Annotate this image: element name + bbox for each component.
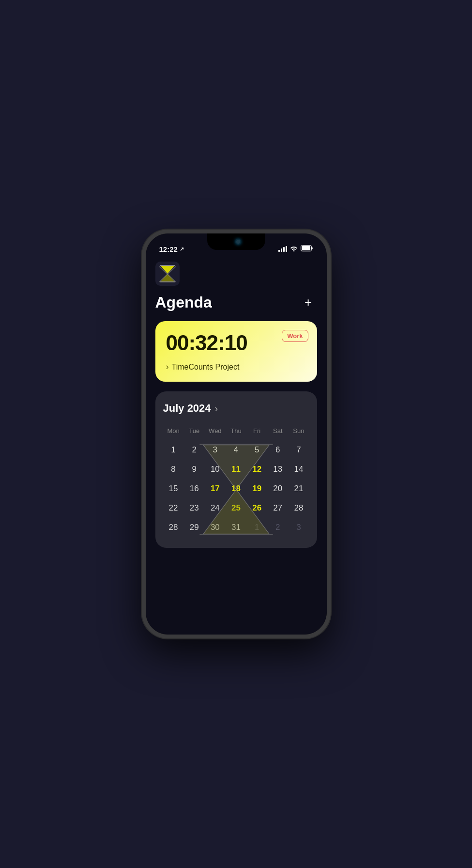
table-row[interactable]: 3 [205,440,226,460]
time-display: 12:22 [159,245,178,253]
table-row[interactable]: 30 [205,518,226,537]
table-row[interactable]: 5 [246,440,267,460]
wifi-icon [290,246,298,253]
table-row[interactable]: 16 [184,479,205,498]
table-row[interactable]: 11 [226,460,246,479]
status-icons [278,245,313,253]
table-row[interactable]: 24 [205,498,226,518]
calendar-header: July 2024 › [163,402,309,415]
day-header-thu: Thu [226,424,246,440]
table-row[interactable]: 22 [163,498,184,518]
calendar-grid: Mon Tue Wed Thu Fri Sat Sun 1 2 3 4 5 6 [163,424,309,537]
table-row[interactable]: 2 [184,440,205,460]
front-camera [235,239,241,245]
calendar-month: July 2024 [163,402,211,415]
table-row[interactable]: 25 [226,498,246,518]
table-row[interactable]: 6 [267,440,288,460]
table-row[interactable]: 1 [163,440,184,460]
app-logo [155,262,317,288]
page-header: Agenda + [155,294,317,311]
notch [207,233,265,250]
table-row[interactable]: 14 [288,460,309,479]
table-row[interactable]: 9 [184,460,205,479]
table-row[interactable]: 28 [163,518,184,537]
table-row[interactable]: 3 [288,518,309,537]
status-time: 12:22 ↗ [159,245,184,253]
table-row[interactable]: 23 [184,498,205,518]
timer-card[interactable]: 00:32:10 Work TimeCounts Project [155,321,317,382]
location-icon: ↗ [180,246,184,252]
table-row[interactable]: 17 [205,479,226,498]
svg-rect-1 [302,246,310,250]
signal-icon [278,246,287,252]
add-button[interactable]: + [300,294,317,311]
table-row[interactable]: 4 [226,440,246,460]
project-label: TimeCounts Project [166,362,306,372]
table-row[interactable]: 27 [267,498,288,518]
project-name: TimeCounts Project [172,363,240,372]
day-header-fri: Fri [246,424,267,440]
table-row[interactable]: 18 [226,479,246,498]
table-row[interactable]: 15 [163,479,184,498]
work-badge: Work [282,330,308,342]
day-header-sat: Sat [267,424,288,440]
table-row[interactable]: 2 [267,518,288,537]
table-row[interactable]: 31 [226,518,246,537]
table-row[interactable]: 12 [246,460,267,479]
screen: 12:22 ↗ [146,233,327,635]
day-header-tue: Tue [184,424,205,440]
day-header-wed: Wed [205,424,226,440]
battery-icon [301,245,313,253]
day-header-mon: Mon [163,424,184,440]
table-row[interactable]: 21 [288,479,309,498]
table-row[interactable]: 1 [246,518,267,537]
table-row[interactable]: 7 [288,440,309,460]
table-row[interactable]: 28 [288,498,309,518]
table-row[interactable]: 26 [246,498,267,518]
table-row[interactable]: 10 [205,460,226,479]
table-row[interactable]: 19 [246,479,267,498]
day-header-sun: Sun [288,424,309,440]
calendar-card: July 2024 › Mon Tue Wed Thu Fri Sat Sun [155,391,317,548]
table-row[interactable]: 29 [184,518,205,537]
app-content: Agenda + 00:32:10 Work TimeCounts Projec… [146,262,327,548]
table-row[interactable]: 20 [267,479,288,498]
phone-frame: 12:22 ↗ [142,230,331,638]
table-row[interactable]: 13 [267,460,288,479]
calendar-next-button[interactable]: › [215,403,218,414]
table-row[interactable]: 8 [163,460,184,479]
page-title: Agenda [155,294,212,311]
